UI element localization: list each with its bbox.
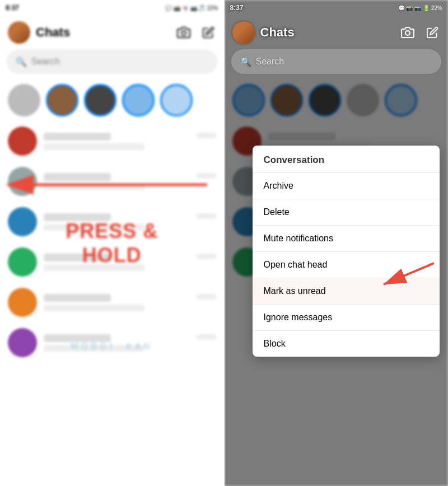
- left-chat-msg-2: [44, 184, 144, 190]
- left-chat-item-5[interactable]: [0, 282, 224, 323]
- left-panel: 8:37 💬 📸 👻 📷 🎵 22% Chats: [0, 0, 224, 486]
- right-time: 8:37: [230, 4, 244, 12]
- left-chat-time-3: [197, 213, 216, 219]
- right-panel-inner: 8:37 Chats 🔍 Search: [225, 0, 449, 486]
- context-menu-delete[interactable]: Delete: [253, 199, 440, 225]
- left-status-bar: 8:37 💬 📸 👻 📷 🎵 22%: [0, 0, 224, 16]
- svg-point-3: [405, 31, 410, 35]
- left-chat-name-1: [44, 133, 111, 141]
- right-search-bar[interactable]: 🔍 Search: [231, 49, 442, 74]
- right-header-title: Chats: [260, 25, 400, 40]
- left-chat-time-1: [197, 133, 216, 138]
- right-avatar-image: [232, 21, 255, 44]
- left-header-icons: [176, 25, 216, 40]
- left-search-icon: 🔍: [16, 57, 27, 67]
- context-menu-title: Conversation: [253, 146, 440, 172]
- left-story-2[interactable]: [46, 84, 78, 116]
- left-header: Chats: [0, 16, 224, 49]
- left-chat-avatar-6: [8, 328, 37, 357]
- right-search-icon: 🔍: [240, 57, 251, 67]
- left-chat-time-2: [197, 173, 216, 179]
- right-avatar: [232, 21, 255, 44]
- right-search-placeholder: Search: [256, 57, 284, 67]
- right-status-bar: 8:37 💬 📸 📷 🔋 22%: [225, 0, 449, 16]
- right-header: Chats: [225, 16, 449, 49]
- watermark: MOBGI AAN: [71, 342, 153, 352]
- svg-point-0: [181, 31, 186, 35]
- left-chat-name-6: [44, 334, 111, 342]
- left-chat-info-1: [44, 133, 216, 150]
- press-hold-label: PRESS &HOLD: [66, 219, 158, 267]
- left-chat-item-1[interactable]: [0, 121, 224, 161]
- left-search-bar[interactable]: 🔍 Search: [7, 49, 217, 74]
- left-chat-avatar-4: [8, 247, 37, 277]
- left-search-placeholder: Search: [31, 57, 60, 67]
- left-chat-avatar-5: [8, 288, 37, 317]
- right-camera-icon[interactable]: [400, 25, 416, 40]
- left-header-title: Chats: [36, 25, 176, 40]
- left-chat-name-5: [44, 294, 111, 302]
- left-edit-icon[interactable]: [200, 25, 216, 40]
- context-menu-mark-unread[interactable]: Mark as unread: [253, 278, 440, 304]
- left-chat-avatar-3: [8, 207, 37, 236]
- context-menu-block[interactable]: Block: [253, 331, 440, 357]
- left-chat-item-2[interactable]: [0, 161, 224, 202]
- context-menu-mute[interactable]: Mute notifications: [253, 226, 440, 251]
- left-avatar-image: [8, 21, 30, 44]
- context-menu-archive[interactable]: Archive: [253, 173, 440, 199]
- left-avatar: [8, 21, 30, 44]
- left-chat-time-5: [197, 294, 216, 300]
- left-chat-info-2: [44, 173, 216, 190]
- left-story-4[interactable]: [122, 84, 155, 116]
- left-chat-name-2: [44, 173, 111, 181]
- right-status-icons: 💬 📸 📷 🔋 22%: [398, 5, 442, 11]
- context-menu: Conversation Archive Delete Mute notific…: [253, 146, 440, 357]
- right-foreground: 8:37 💬 📸 📷 🔋 22% Chats: [225, 0, 449, 486]
- left-chat-msg-1: [44, 143, 144, 150]
- left-story-5[interactable]: [160, 84, 193, 116]
- left-story-1[interactable]: [8, 84, 40, 116]
- left-chat-info-5: [44, 294, 216, 311]
- left-status-icons: 💬 📸 👻 📷 🎵 22%: [165, 5, 218, 11]
- right-header-icons: [400, 25, 440, 40]
- right-panel: 8:37 Chats 🔍 Search: [225, 0, 449, 486]
- left-chat-time-6: [197, 334, 216, 340]
- left-story-3[interactable]: [84, 84, 116, 116]
- context-menu-ignore[interactable]: Ignore messages: [253, 305, 440, 330]
- left-chat-time-4: [197, 254, 216, 259]
- context-menu-open-chat-head[interactable]: Open chat head: [253, 252, 440, 278]
- left-chat-avatar-2: [8, 167, 37, 196]
- left-time: 8:37: [6, 4, 19, 12]
- right-edit-icon[interactable]: [424, 25, 440, 40]
- left-chat-avatar-1: [8, 127, 37, 156]
- left-camera-icon[interactable]: [176, 25, 192, 40]
- left-story-row: [0, 80, 224, 121]
- left-chat-msg-5: [44, 305, 144, 311]
